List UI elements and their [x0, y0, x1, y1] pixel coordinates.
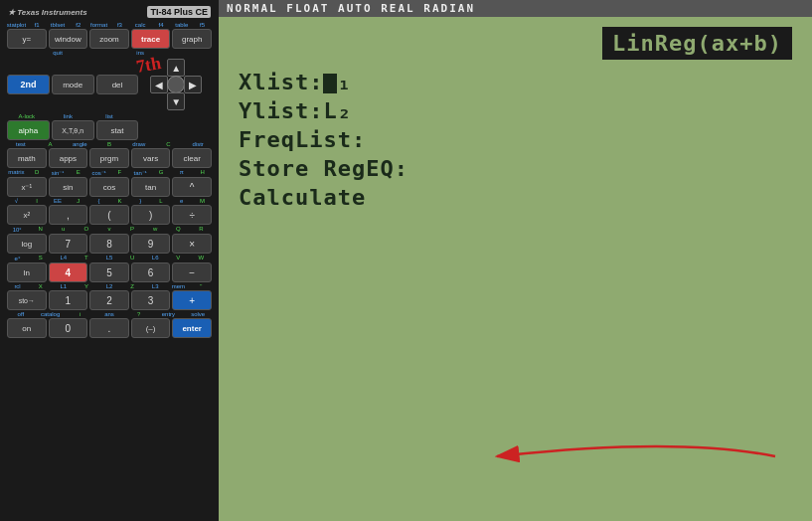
dpad-left-button[interactable]: ◀: [150, 76, 168, 93]
ti-header: ★ Texas Instruments TI-84 Plus CE: [4, 4, 215, 20]
sto-row: sto→ 1 2 3 +: [6, 290, 213, 310]
btn-prgm[interactable]: prgm: [89, 148, 129, 168]
xlist-line: Xlist:₁: [239, 70, 792, 94]
xlist-value: ₁: [337, 70, 351, 94]
btn-zoom[interactable]: zoom: [89, 29, 129, 49]
second-mode-del-row: 2nd mode del ▲ ◀ ▶ ▼: [6, 57, 213, 112]
storeRegeq-line: Store RegEQ:: [239, 156, 792, 181]
btn-sto[interactable]: sto→: [7, 290, 47, 310]
btn-graph[interactable]: graph: [172, 29, 212, 49]
btn-6[interactable]: 6: [131, 262, 171, 282]
ylist-line: Ylist:L₂: [239, 98, 792, 123]
label-table: table: [171, 22, 192, 28]
btn-ln[interactable]: ln: [7, 262, 47, 282]
btn-2nd[interactable]: 2nd: [7, 75, 50, 94]
btn-trace[interactable]: trace: [131, 29, 171, 49]
quit-ins-labels: quit ins: [4, 50, 215, 56]
btn-stat[interactable]: stat: [96, 120, 139, 140]
label-f2: f2: [68, 22, 88, 28]
power-labels: √ I EE J { K } L e M: [4, 198, 215, 204]
dpad-up-button[interactable]: ▲: [167, 59, 185, 77]
dpad-container: ▲ ◀ ▶ ▼: [139, 59, 213, 110]
btn-minus[interactable]: −: [172, 262, 212, 282]
log-row: log 7 8 9 ×: [6, 234, 213, 254]
label-tblset: tblset: [48, 22, 69, 28]
btn-mode[interactable]: mode: [52, 75, 94, 94]
math-labels: test A angle B draw C distr: [4, 141, 215, 147]
btn-cos[interactable]: cos: [89, 177, 129, 197]
dpad-center-button[interactable]: [167, 76, 185, 93]
ln-labels: eˣ S L4 T L5 U L6 V W: [4, 255, 215, 261]
ti-model: TI-84 Plus CE: [147, 6, 211, 18]
function-buttons-row: y= window zoom trace graph: [6, 29, 213, 49]
label-f4: f4: [151, 22, 172, 28]
btn-comma[interactable]: ,: [49, 205, 88, 225]
function-title: LinReg(ax+b): [602, 27, 792, 60]
btn-window[interactable]: window: [49, 29, 88, 49]
log-labels: 10ˣ N u O v P w Q R: [4, 226, 215, 233]
label-format: format: [88, 22, 109, 28]
dpad-right-button[interactable]: ▶: [184, 76, 202, 93]
calculate-line[interactable]: Calculate: [239, 185, 792, 210]
btn-enter[interactable]: enter: [172, 318, 212, 338]
btn-xinverse[interactable]: x⁻¹: [7, 177, 47, 197]
btn-vars[interactable]: vars: [131, 148, 171, 168]
btn-2[interactable]: 2: [89, 290, 129, 310]
top-labels-row: statplot f1 tblset f2 format f3 calc f4 …: [4, 22, 215, 28]
btn-y-equals[interactable]: y=: [7, 29, 47, 49]
btn-open-paren[interactable]: (: [89, 205, 129, 225]
btn-decimal[interactable]: .: [89, 318, 129, 338]
btn-8[interactable]: 8: [89, 234, 129, 254]
btn-del[interactable]: del: [96, 75, 139, 94]
btn-plus[interactable]: +: [172, 290, 212, 310]
btn-9[interactable]: 9: [131, 234, 171, 254]
btn-close-paren[interactable]: ): [131, 205, 171, 225]
status-bar: NORMAL FLOAT AUTO REAL RADIAN: [219, 0, 812, 17]
label-calc: calc: [130, 22, 151, 28]
dpad-down-button[interactable]: ▼: [167, 92, 185, 110]
sto-labels: rcl X L1 Y L2 Z L3 mem ": [4, 283, 215, 289]
red-arrow-annotation: [477, 427, 795, 486]
freqlist-line: FreqList:: [239, 127, 792, 152]
alpha-row: alpha X,T,θ,n stat: [6, 120, 213, 140]
btn-math[interactable]: math: [7, 148, 47, 168]
btn-0[interactable]: 0: [49, 318, 88, 338]
label-f3: f3: [109, 22, 130, 28]
btn-multiply[interactable]: ×: [172, 234, 212, 254]
btn-7[interactable]: 7: [49, 234, 88, 254]
btn-4[interactable]: 4: [49, 262, 88, 282]
trig-row: x⁻¹ sin cos tan ^: [6, 177, 213, 197]
alpha-labels: A-lock link list: [4, 113, 215, 119]
ti-logo: ★ Texas Instruments: [8, 8, 87, 17]
btn-clear[interactable]: clear: [172, 148, 212, 168]
btn-on[interactable]: on: [7, 318, 47, 338]
btn-sin[interactable]: sin: [49, 177, 88, 197]
bottom-labels: off catalog i ans ? entry solve: [4, 311, 215, 317]
btn-divide[interactable]: ÷: [172, 205, 212, 225]
btn-xtn[interactable]: X,T,θ,n: [52, 120, 94, 140]
btn-xsquared[interactable]: x²: [7, 205, 47, 225]
btn-3[interactable]: 3: [131, 290, 171, 310]
label-f5: f5: [192, 22, 213, 28]
calculator-panel: ★ Texas Instruments TI-84 Plus CE 7th st…: [0, 0, 219, 521]
btn-1[interactable]: 1: [49, 290, 88, 310]
cursor-block: [323, 74, 337, 93]
label-statplot: statplot: [6, 22, 27, 28]
btn-alpha[interactable]: alpha: [7, 120, 50, 140]
ln-row: ln 4 5 6 −: [6, 262, 213, 282]
directional-pad: ▲ ◀ ▶ ▼: [150, 59, 202, 110]
btn-5[interactable]: 5: [89, 262, 129, 282]
display-panel: NORMAL FLOAT AUTO REAL RADIAN LinReg(ax+…: [219, 0, 812, 521]
label-f1: f1: [27, 22, 48, 28]
calc-display: LinReg(ax+b) Xlist:₁ Ylist:L₂ FreqList: …: [219, 17, 812, 521]
btn-caret[interactable]: ^: [172, 177, 212, 197]
btn-tan[interactable]: tan: [131, 177, 171, 197]
math-apps-row: math apps prgm vars clear: [6, 148, 213, 168]
btn-log[interactable]: log: [7, 234, 47, 254]
trig-labels: matrix D sin⁻¹ E cos⁻¹ F tan⁻¹ G π H: [4, 169, 215, 176]
bottom-row: on 0 . (–) enter: [6, 318, 213, 338]
btn-apps[interactable]: apps: [49, 148, 88, 168]
power-row: x² , ( ) ÷: [6, 205, 213, 225]
btn-negate[interactable]: (–): [131, 318, 171, 338]
